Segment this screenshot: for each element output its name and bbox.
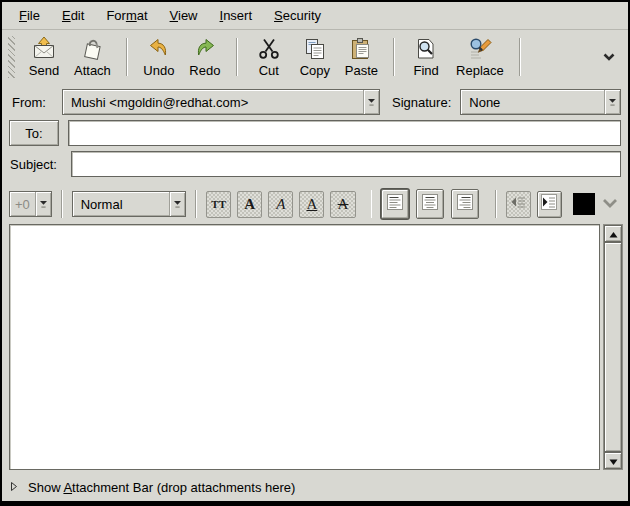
copy-label: Copy: [300, 63, 330, 78]
format-toolbar: +0 Normal TT A A A A: [2, 185, 628, 223]
menu-format[interactable]: Format: [95, 2, 158, 29]
menubar: File Edit Format View Insert Security: [2, 2, 628, 30]
bold-icon: A: [244, 197, 255, 212]
toolbar-drag-handle[interactable]: [8, 36, 15, 78]
menu-security-label: Security: [274, 8, 321, 23]
dropdown-arrow-icon: [363, 90, 379, 114]
dropdown-arrow-icon: [35, 192, 51, 216]
font-color-button[interactable]: [573, 193, 595, 215]
cut-icon: [256, 36, 282, 62]
toolbar-separator: [236, 38, 238, 76]
menu-edit[interactable]: Edit: [51, 2, 95, 29]
paragraph-style-value: Normal: [73, 192, 170, 216]
find-label: Find: [413, 63, 438, 78]
align-center-button[interactable]: [416, 189, 444, 219]
typewriter-button[interactable]: TT: [206, 191, 231, 218]
scroll-down-button[interactable]: [604, 452, 622, 469]
bold-button[interactable]: A: [237, 191, 262, 218]
copy-button[interactable]: Copy: [292, 35, 338, 79]
scroll-up-button[interactable]: [604, 225, 622, 242]
find-icon: [413, 36, 439, 62]
indent-button[interactable]: [537, 191, 562, 218]
paragraph-style-select[interactable]: Normal: [72, 191, 187, 217]
menu-security[interactable]: Security: [263, 2, 332, 29]
align-right-button[interactable]: [451, 189, 479, 219]
mail-composer-window: File Edit Format View Insert Security Se…: [0, 0, 630, 506]
attach-icon: [79, 36, 105, 62]
scrollbar-thumb[interactable]: [604, 242, 622, 452]
attach-label: Attach: [74, 63, 111, 78]
strikethrough-icon: A: [338, 197, 349, 212]
align-center-icon: [420, 192, 440, 216]
indent-icon: [540, 193, 558, 215]
strikethrough-button[interactable]: A: [330, 191, 355, 218]
menu-view-label: View: [170, 8, 198, 23]
message-body-editor[interactable]: [9, 224, 600, 470]
undo-icon: [146, 36, 172, 62]
from-value: Mushi <mgoldin@redhat.com>: [63, 90, 363, 114]
redo-label: Redo: [189, 63, 220, 78]
cut-button[interactable]: Cut: [246, 35, 292, 79]
align-left-button[interactable]: [381, 189, 409, 219]
unindent-button[interactable]: [506, 191, 531, 218]
menu-insert[interactable]: Insert: [209, 2, 264, 29]
align-right-icon: [455, 192, 475, 216]
chevron-down-icon: [602, 48, 616, 65]
subject-row: Subject:: [9, 151, 621, 177]
subject-label: Subject:: [9, 157, 62, 172]
to-row: To:: [9, 120, 621, 146]
undo-button[interactable]: Undo: [136, 35, 182, 79]
dropdown-arrow-icon: [169, 192, 185, 216]
format-separator: [371, 190, 373, 218]
signature-value: None: [461, 90, 604, 114]
copy-icon: [302, 36, 328, 62]
to-input[interactable]: [68, 120, 621, 146]
menu-view[interactable]: View: [159, 2, 209, 29]
send-button[interactable]: Send: [21, 35, 67, 79]
send-label: Send: [29, 63, 59, 78]
replace-label: Replace: [456, 63, 504, 78]
from-select[interactable]: Mushi <mgoldin@redhat.com>: [62, 89, 380, 115]
arrow-up-icon: [609, 225, 618, 243]
subject-input[interactable]: [71, 151, 621, 177]
message-body-area: [2, 223, 628, 473]
find-button[interactable]: Find: [403, 35, 449, 79]
redo-icon: [192, 36, 218, 62]
to-button[interactable]: To:: [9, 120, 59, 146]
replace-button[interactable]: Replace: [449, 35, 511, 79]
underline-button[interactable]: A: [299, 191, 324, 218]
italic-button[interactable]: A: [268, 191, 293, 218]
format-separator: [495, 190, 497, 218]
signature-select[interactable]: None: [460, 89, 621, 115]
vertical-scrollbar[interactable]: [603, 224, 623, 470]
attach-button[interactable]: Attach: [67, 35, 118, 79]
attachment-bar-label: Show Attachment Bar (drop attachments he…: [28, 480, 295, 495]
paste-button[interactable]: Paste: [338, 35, 385, 79]
chevron-down-icon: [601, 195, 619, 212]
attachment-bar-toggle[interactable]: Show Attachment Bar (drop attachments he…: [2, 473, 628, 501]
main-toolbar: Send Attach Undo Redo: [2, 30, 628, 84]
format-separator: [61, 190, 63, 218]
menu-insert-label: Insert: [220, 8, 253, 23]
toolbar-overflow-chevron[interactable]: [598, 44, 620, 70]
undo-label: Undo: [143, 63, 174, 78]
unindent-icon: [509, 193, 527, 215]
cut-label: Cut: [259, 63, 279, 78]
signature-label: Signature:: [392, 95, 451, 110]
expander-triangle-icon: [10, 480, 18, 495]
redo-button[interactable]: Redo: [182, 35, 228, 79]
menu-format-label: Format: [106, 8, 147, 23]
menu-file[interactable]: File: [8, 2, 51, 29]
toolbar-separator: [519, 38, 521, 76]
menu-file-label: File: [19, 8, 40, 23]
paste-icon: [348, 36, 374, 62]
from-label: From:: [9, 95, 62, 110]
font-size-value: +0: [10, 192, 35, 216]
font-size-select[interactable]: +0: [9, 191, 52, 217]
replace-icon: [467, 36, 493, 62]
format-separator: [195, 190, 197, 218]
format-overflow-chevron[interactable]: [599, 193, 621, 215]
toolbar-separator: [393, 38, 395, 76]
italic-icon: A: [276, 197, 285, 212]
from-row: From: Mushi <mgoldin@redhat.com> Signatu…: [9, 89, 621, 115]
